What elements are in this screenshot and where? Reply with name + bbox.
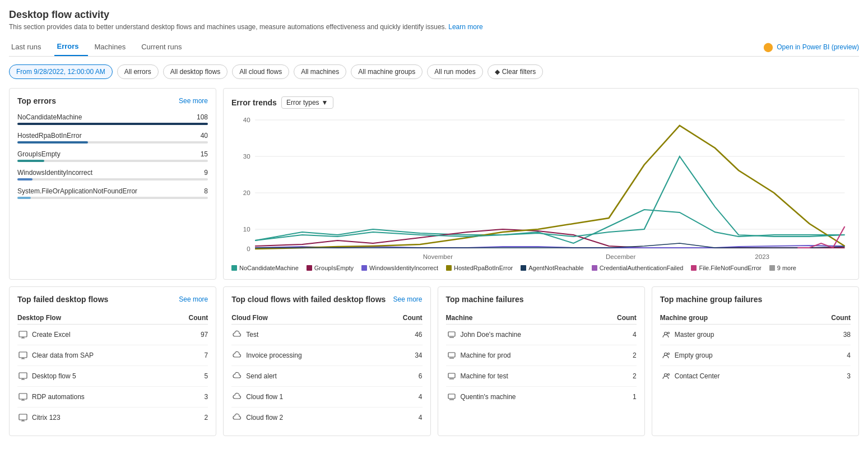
chevron-down-icon: ▼ (322, 99, 328, 107)
flow-name: Desktop flow 5 (17, 366, 169, 387)
group-icon (660, 329, 671, 340)
error-count: 8 (204, 187, 208, 195)
cloud-flows-table: Cloud Flow Count Test46Invoice processin… (231, 312, 422, 428)
machine-count: 2 (597, 345, 637, 366)
tab-machines[interactable]: Machines (92, 38, 135, 55)
learn-more-link[interactable]: Learn more (448, 23, 482, 31)
flow-count: 2 (169, 408, 208, 428)
cloud-flow-icon (231, 412, 243, 423)
col-machine: Machine (446, 312, 597, 325)
page-subtitle: This section provides data to better und… (9, 23, 859, 31)
clear-filters-button[interactable]: ◆ Clear filters (488, 64, 544, 79)
legend-item: 9 more (769, 265, 796, 271)
error-bar-bg (17, 178, 208, 180)
machine-failures-table: Machine Count John Doe's machine4Machine… (446, 312, 637, 407)
error-bar (17, 160, 44, 162)
cloud-count: 34 (381, 345, 423, 366)
table-row: Master group38 (660, 325, 851, 345)
table-row: Contact Center3 (660, 366, 851, 387)
legend-color (592, 265, 597, 271)
filter-desktop-flows[interactable]: All desktop flows (163, 64, 228, 79)
table-row: Machine for test2 (446, 366, 637, 387)
error-name: WindowsIdentityIncorrect (17, 169, 92, 177)
cloud-flow-name: Cloud flow 1 (231, 387, 381, 408)
top-errors-panel: Top errors See more NoCandidateMachine 1… (9, 88, 216, 280)
filter-cloud-flows[interactable]: All cloud flows (232, 64, 289, 79)
legend-item: File.FileNotFoundError (691, 265, 761, 271)
powerbi-icon: ⬤ (763, 41, 773, 52)
svg-rect-21 (448, 394, 455, 399)
machine-count: 2 (597, 366, 637, 387)
legend-label: WindowsIdentityIncorrect (369, 265, 438, 271)
table-row: Invoice processing34 (231, 345, 422, 366)
filters-bar: From 9/28/2022, 12:00:00 AM All errors A… (9, 64, 859, 79)
top-machine-failures-panel: Top machine failures Machine Count John … (438, 286, 645, 436)
cloud-count: 4 (381, 387, 423, 408)
legend-color (307, 265, 312, 271)
flow-name: RDP automations (17, 387, 169, 408)
error-bar (17, 123, 208, 125)
col-machine-count: Count (597, 312, 637, 325)
error-types-filter[interactable]: Error types ▼ (281, 96, 333, 109)
legend-item: HostedRpaBotInError (446, 265, 513, 271)
machine-name: Quentin's machine (446, 387, 597, 408)
top-errors-see-more[interactable]: See more (179, 97, 208, 105)
filter-machine-groups[interactable]: All machine groups (351, 64, 423, 79)
group-name: Empty group (660, 345, 804, 366)
cloud-count: 4 (381, 408, 423, 428)
top-failed-see-more[interactable]: See more (179, 295, 208, 303)
machine-name: Machine for test (446, 366, 597, 387)
svg-rect-15 (19, 373, 27, 378)
svg-rect-18 (448, 332, 455, 336)
flow-count: 7 (169, 345, 208, 366)
tab-last-runs[interactable]: Last runs (9, 38, 50, 55)
desktop-flow-icon (17, 350, 29, 361)
top-failed-desktop-flows-panel: Top failed desktop flows See more Deskto… (9, 286, 216, 436)
error-bar-bg (17, 197, 208, 199)
desktop-flow-icon (17, 391, 29, 402)
machine-icon (446, 391, 457, 402)
error-list: NoCandidateMachine 108 HostedRpaBotInErr… (17, 113, 208, 199)
svg-text:0: 0 (247, 246, 250, 252)
filter-errors[interactable]: All errors (117, 64, 159, 79)
error-item: NoCandidateMachine 108 (17, 113, 208, 125)
cloud-flow-name: Send alert (231, 366, 381, 387)
legend-label: GroupIsEmpty (314, 265, 354, 271)
filter-date[interactable]: From 9/28/2022, 12:00:00 AM (9, 64, 113, 79)
top-machine-group-failures-panel: Top machine group failures Machine group… (652, 286, 859, 436)
flow-name: Create Excel (17, 325, 169, 345)
machine-icon (446, 329, 457, 340)
tab-current-runs[interactable]: Current runs (139, 38, 191, 55)
cloud-flow-icon (231, 371, 243, 382)
svg-rect-17 (19, 414, 27, 420)
svg-text:10: 10 (243, 226, 250, 233)
error-bar (17, 197, 31, 199)
table-row: Create Excel97 (17, 325, 208, 345)
table-row: Cloud flow 14 (231, 387, 422, 408)
desktop-flow-icon (17, 371, 29, 382)
filter-run-modes[interactable]: All run modes (427, 64, 482, 79)
error-count: 108 (197, 113, 208, 121)
machine-count: 4 (597, 325, 637, 345)
group-count: 38 (804, 325, 851, 345)
legend-label: HostedRpaBotInError (454, 265, 513, 271)
svg-point-25 (667, 353, 669, 355)
table-row: Desktop flow 55 (17, 366, 208, 387)
desktop-flow-icon (17, 412, 29, 423)
top-machine-group-title: Top machine group failures (660, 295, 763, 304)
cloud-flow-icon (231, 350, 243, 361)
page-title: Desktop flow activity (9, 9, 859, 21)
legend-label: 9 more (777, 265, 796, 271)
legend-item: WindowsIdentityIncorrect (361, 265, 438, 271)
tab-errors[interactable]: Errors (54, 38, 87, 56)
error-name: GroupIsEmpty (17, 150, 61, 158)
svg-text:2023: 2023 (755, 253, 769, 260)
machine-count: 1 (597, 387, 637, 408)
open-powerbi-button[interactable]: ⬤ Open in Power BI (preview) (763, 41, 859, 52)
chart-area: 40 30 20 10 0 November December 2023 (231, 114, 851, 260)
table-row: RDP automations3 (17, 387, 208, 408)
top-cloud-see-more[interactable]: See more (393, 295, 422, 303)
legend-color (446, 265, 452, 271)
col-cloud-count: Count (381, 312, 423, 325)
filter-machines[interactable]: All machines (294, 64, 346, 79)
